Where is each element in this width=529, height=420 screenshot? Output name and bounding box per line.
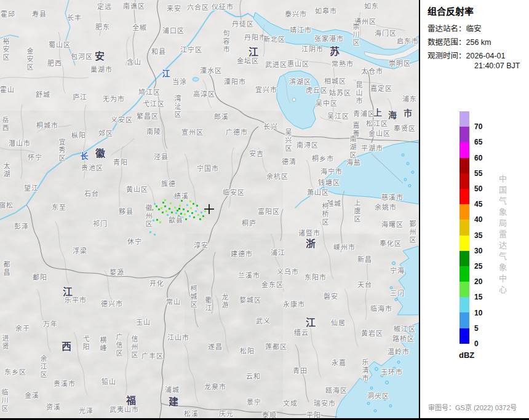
colorbar-segment	[459, 297, 469, 312]
colorbar-segment	[459, 251, 469, 266]
colorbar-segment	[459, 142, 469, 157]
radar-app-window: 霍邱寿县定远南谯区来安六合区仪征市长丰肥东全椒裕安区金安区蜀山区包河区肥西巢湖市…	[0, 0, 529, 420]
colorbar-tick-label: 65	[474, 138, 482, 146]
colorbar-tick-label: 70	[474, 122, 482, 131]
shijiu-lake	[193, 77, 199, 81]
colorbar-tick-label: 0	[474, 339, 479, 348]
radar-map[interactable]: 霍邱寿县定远南谯区来安六合区仪征市长丰肥东全椒裕安区金安区蜀山区包河区肥西巢湖市…	[0, 0, 419, 420]
observation-time: 观测时间：2026-04-01	[428, 49, 505, 61]
colorbar-segment	[459, 236, 469, 251]
product-title: 组合反射率	[428, 4, 474, 17]
observation-date: 2026-04-01	[466, 52, 506, 60]
colorbar-segment	[459, 111, 469, 127]
colorbar-segment	[459, 328, 469, 344]
cma-watermark: 中国气象局雷达气象中心	[496, 175, 508, 304]
station-name: 雷达站名：临安	[428, 22, 482, 34]
colorbar-tick-label: 55	[474, 169, 482, 178]
colorbar-segment	[459, 312, 469, 328]
observation-clock: 21:40:07 BJT	[474, 61, 520, 70]
legend-panel: 组合反射率 雷达站名：临安 数据范围：256 km 观测时间：2026-04-0…	[419, 0, 529, 420]
colorbar-segment	[459, 189, 469, 204]
colorbar-tick-label: 25	[474, 262, 482, 271]
colorbar-tick-label: 35	[474, 231, 482, 240]
data-range: 数据范围：256 km	[428, 36, 491, 47]
dbz-colorbar	[459, 111, 469, 344]
colorbar-segment	[459, 204, 469, 220]
colorbar-tick-label: 60	[474, 154, 482, 162]
colorbar-tick-label: 5	[474, 324, 479, 333]
colorbar-segment	[459, 266, 469, 282]
dbz-unit-label: dBZ	[459, 351, 474, 360]
colorbar-tick-label: 50	[474, 184, 482, 193]
colorbar-segment	[459, 282, 469, 297]
observation-time-label: 观测时间：	[428, 52, 466, 60]
colorbar-tick-label: 30	[474, 247, 482, 255]
colorbar-segment	[459, 158, 469, 173]
colorbar-tick-label: 40	[474, 215, 482, 224]
colorbar-tick-label: 20	[474, 277, 482, 286]
map-geography	[0, 0, 419, 420]
colorbar-tick-label: 15	[474, 293, 482, 301]
colorbar-tick-label: 10	[474, 309, 482, 317]
colorbar-tick-label: 45	[474, 200, 482, 208]
map-approval-number: 审图号：GS京 (2022) 0372号	[428, 402, 517, 412]
colorbar-segment	[459, 127, 469, 142]
colorbar-segment	[459, 220, 469, 235]
colorbar-segment	[459, 173, 469, 189]
